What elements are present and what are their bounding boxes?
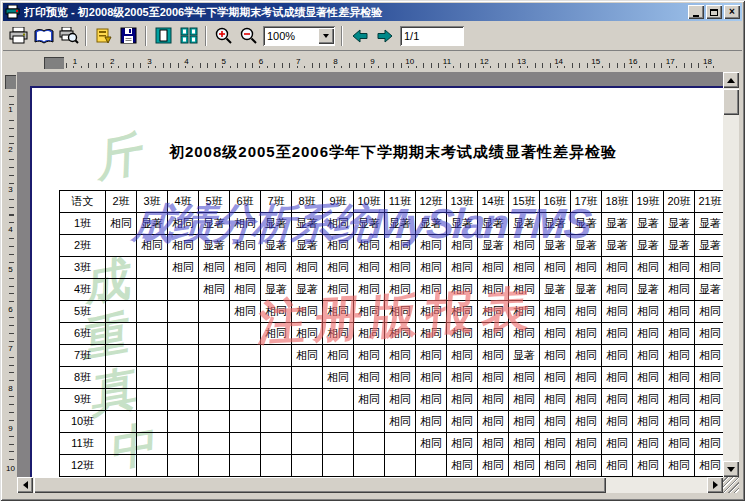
zoom-dropdown-button[interactable] <box>318 28 334 44</box>
prev-page-button[interactable] <box>347 23 372 48</box>
table-cell <box>106 433 137 455</box>
table-cell <box>292 455 323 477</box>
zoom-select[interactable]: 100% <box>263 26 335 46</box>
table-cell: 相同 <box>571 455 602 477</box>
prev-page-icon <box>352 29 368 43</box>
table-cell <box>199 455 230 477</box>
export-button[interactable] <box>91 23 116 48</box>
preview-canvas: 斤成重真中 初2008级2005至2006学年下学期期末考试成绩显著性差异检验 … <box>17 72 723 477</box>
table-cell: 语文 <box>60 191 106 213</box>
v-ruler-number: 4 <box>5 225 16 234</box>
table-cell <box>385 455 416 477</box>
print-preview-window: 打印预览 - 初2008级2005至2006学年下学期期末考试成绩显著性差异检验… <box>0 0 745 501</box>
scroll-down-button[interactable] <box>723 461 739 477</box>
table-cell: 相同 <box>416 257 447 279</box>
page-indicator-field[interactable]: 1/1 <box>400 26 464 46</box>
table-cell <box>261 367 292 389</box>
table-cell: 相同 <box>664 433 695 455</box>
scroll-right-button[interactable] <box>707 477 723 493</box>
table-cell: 相同 <box>695 257 724 279</box>
horizontal-scrollbar[interactable] <box>17 477 723 493</box>
table-cell <box>323 411 354 433</box>
table-cell: 相同 <box>602 257 633 279</box>
table-cell <box>261 411 292 433</box>
minimize-icon <box>693 15 699 17</box>
table-cell: 显著 <box>695 279 724 301</box>
table-cell <box>106 411 137 433</box>
table-cell <box>447 477 478 478</box>
table-cell: 相同 <box>695 345 724 367</box>
close-button[interactable]: × <box>724 5 740 19</box>
zoom-in-button[interactable] <box>211 23 236 48</box>
table-cell: 相同 <box>478 477 509 478</box>
zoom-out-icon <box>240 27 258 45</box>
page-setup-button[interactable] <box>31 23 56 48</box>
arrow-left-icon <box>23 481 28 489</box>
table-cell: 相同 <box>478 345 509 367</box>
table-cell: 相同 <box>540 367 571 389</box>
print-setup-icon <box>59 27 79 44</box>
table-cell: 相同 <box>571 411 602 433</box>
h-ruler-number: 6 <box>254 57 268 66</box>
table-cell: 相同 <box>664 323 695 345</box>
table-cell: 相同 <box>602 367 633 389</box>
next-page-button[interactable] <box>372 23 397 48</box>
h-ruler-number: 7 <box>291 57 305 66</box>
document-page: 斤成重真中 初2008级2005至2006学年下学期期末考试成绩显著性差异检验 … <box>30 86 723 477</box>
h-ruler-number: 4 <box>180 57 194 66</box>
table-cell: 相同 <box>385 367 416 389</box>
table-cell: 8班 <box>60 367 106 389</box>
zoom-out-button[interactable] <box>236 23 261 48</box>
table-cell: 相同 <box>571 301 602 323</box>
table-row: 11班相同相同相同相同相同相同相同相同相同相同 <box>60 433 724 455</box>
table-cell: 相同 <box>509 411 540 433</box>
table-cell: 1班 <box>60 213 106 235</box>
maximize-button[interactable] <box>706 5 722 19</box>
resize-grip[interactable] <box>723 477 739 493</box>
table-cell: 显著 <box>695 213 724 235</box>
toolbar-separator <box>145 26 147 46</box>
h-ruler-number: 15 <box>589 57 603 66</box>
table-cell <box>261 389 292 411</box>
print-button[interactable] <box>6 23 31 48</box>
table-cell <box>106 477 137 478</box>
scroll-up-button[interactable] <box>723 72 739 88</box>
print-setup-button[interactable] <box>56 23 81 48</box>
table-cell: 相同 <box>540 323 571 345</box>
titlebar[interactable]: 打印预览 - 初2008级2005至2006学年下学期期末考试成绩显著性差异检验… <box>3 3 742 21</box>
table-cell <box>230 411 261 433</box>
table-cell: 20班 <box>664 191 695 213</box>
zoom-value: 100% <box>263 30 318 42</box>
table-cell: 13班 <box>60 477 106 478</box>
table-cell <box>292 367 323 389</box>
horizontal-scroll-thumb[interactable] <box>34 477 606 493</box>
vertical-scroll-thumb[interactable] <box>723 89 739 115</box>
table-cell: 显著 <box>540 279 571 301</box>
h-ruler-number: 9 <box>366 57 380 66</box>
table-cell: 相同 <box>664 455 695 477</box>
toolbar-separator <box>341 26 343 46</box>
table-cell <box>106 279 137 301</box>
vertical-scrollbar[interactable] <box>723 72 739 477</box>
multi-page-view-button[interactable] <box>176 23 201 48</box>
table-cell: 相同 <box>416 389 447 411</box>
h-ruler-number: 1 <box>68 57 82 66</box>
table-cell: 相同 <box>354 389 385 411</box>
table-cell: 相同 <box>540 477 571 478</box>
one-page-view-button[interactable] <box>151 23 176 48</box>
save-button[interactable] <box>116 23 141 48</box>
table-cell: 相同 <box>633 477 664 478</box>
table-cell: 相同 <box>509 367 540 389</box>
table-cell: 相同 <box>354 257 385 279</box>
table-cell: 相同 <box>540 345 571 367</box>
table-cell: 相同 <box>540 389 571 411</box>
scroll-left-button[interactable] <box>17 477 33 493</box>
table-cell: 相同 <box>664 345 695 367</box>
table-cell: 18班 <box>602 191 633 213</box>
h-ruler-number: 17 <box>663 57 677 66</box>
table-cell: 相同 <box>509 389 540 411</box>
minimize-button[interactable] <box>688 5 704 19</box>
table-cell: 相同 <box>571 367 602 389</box>
table-cell: 显著 <box>602 213 633 235</box>
table-cell: 相同 <box>571 433 602 455</box>
